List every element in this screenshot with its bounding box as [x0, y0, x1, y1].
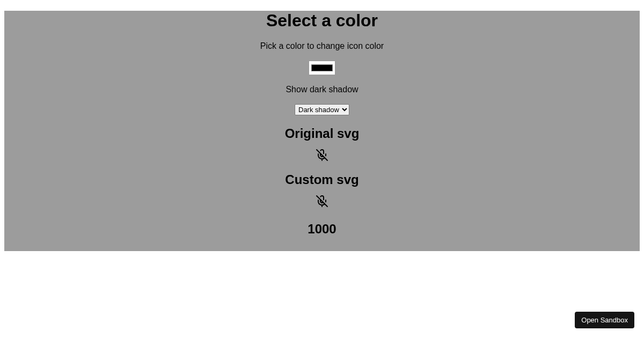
- original-svg-icon-holder: [316, 149, 328, 161]
- custom-svg-heading: Custom svg: [285, 172, 358, 187]
- shadow-select[interactable]: Dark shadow: [295, 104, 349, 115]
- shadow-label: Show dark shadow: [286, 85, 358, 94]
- color-picker[interactable]: [309, 61, 335, 75]
- page-subtitle: Pick a color to change icon color: [260, 41, 384, 51]
- color-input-wrapper: [309, 61, 335, 75]
- main-panel: Select a color Pick a color to change ic…: [4, 11, 640, 251]
- number-display: 1000: [308, 222, 336, 237]
- custom-svg-icon-holder: [316, 195, 328, 208]
- page-title: Select a color: [266, 11, 378, 31]
- open-sandbox-button[interactable]: Open Sandbox: [575, 312, 634, 328]
- mic-off-icon: [316, 195, 328, 208]
- mic-off-icon: [316, 149, 328, 161]
- original-svg-heading: Original svg: [285, 126, 360, 141]
